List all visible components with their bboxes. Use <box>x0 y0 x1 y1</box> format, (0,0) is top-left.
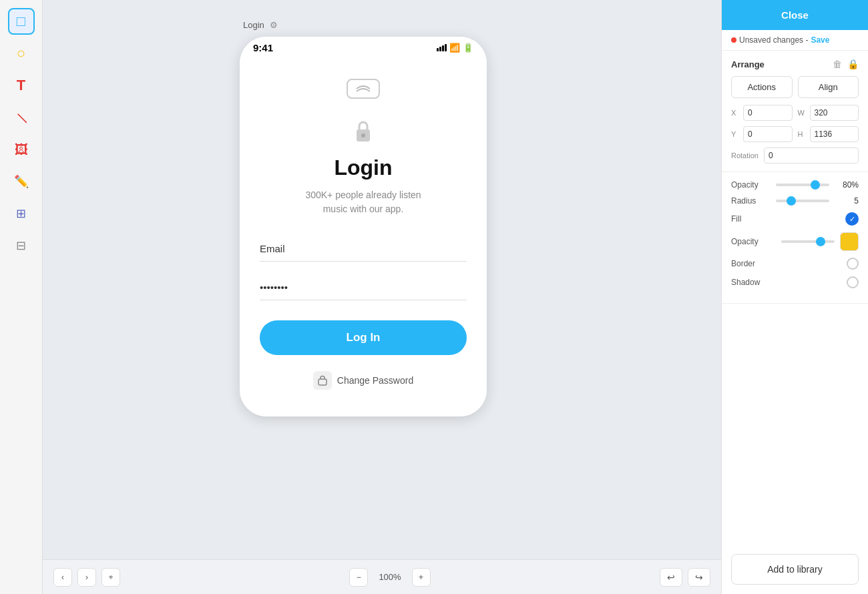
bottom-bar: ‹ › + − 100% + ↩ ↪ <box>43 559 721 594</box>
prev-button[interactable]: ‹ <box>53 568 72 587</box>
fill-opacity-control <box>781 232 859 251</box>
x-label: X <box>731 109 740 117</box>
ellipse-tool[interactable]: ○ <box>8 40 35 67</box>
coordinates-grid: X W Y H <box>731 105 859 142</box>
opacity-slider[interactable] <box>776 184 829 186</box>
canvas-area: Login ⚙ 9:41 📶 🔋 <box>43 0 721 594</box>
password-input[interactable] <box>260 275 467 300</box>
y-input[interactable] <box>743 126 793 142</box>
opacity-control: 80% <box>776 180 859 190</box>
components-tool[interactable]: ⊞ <box>8 200 35 227</box>
login-heading: Login <box>334 156 392 180</box>
change-password-label: Change Password <box>337 375 413 386</box>
border-label: Border <box>731 259 755 268</box>
zoom-plus-button[interactable]: + <box>412 568 431 587</box>
align-button[interactable]: Align <box>798 76 859 98</box>
radius-thumb[interactable] <box>787 196 796 206</box>
zoom-level: 100% <box>373 569 406 585</box>
delete-icon[interactable]: 🗑 <box>833 59 842 69</box>
frame-name: Login <box>243 20 264 30</box>
fill-opacity-row: Opacity <box>731 232 859 251</box>
app-content: Login 300K+ people already listenmusic w… <box>240 59 487 416</box>
rectangle-tool[interactable]: □ <box>8 8 35 35</box>
pen-tool[interactable]: ✏️ <box>8 168 35 195</box>
x-input[interactable] <box>743 105 793 121</box>
radius-value: 5 <box>835 196 859 206</box>
undo-redo: ↩ ↪ <box>660 568 710 587</box>
opacity-label: Opacity <box>731 180 758 190</box>
y-label: Y <box>731 130 740 138</box>
login-button[interactable]: Log In <box>260 320 467 355</box>
opacity-row: Opacity 80% <box>731 180 859 190</box>
text-tool[interactable]: T <box>8 72 35 99</box>
zoom-controls: − 100% + <box>349 568 430 587</box>
change-password-icon <box>313 371 332 390</box>
next-button[interactable]: › <box>77 568 96 587</box>
shadow-toggle[interactable] <box>847 276 859 288</box>
radius-slider[interactable] <box>776 200 829 202</box>
add-button[interactable]: + <box>101 568 120 587</box>
redo-button[interactable]: ↪ <box>688 568 710 587</box>
email-input[interactable] <box>260 236 467 262</box>
fill-opacity-slider[interactable] <box>781 240 835 243</box>
fill-opacity-label: Opacity <box>731 237 758 246</box>
unsaved-dot <box>731 37 736 43</box>
fill-label: Fill <box>731 214 741 224</box>
login-subtitle: 300K+ people already listenmusic with ou… <box>305 188 421 216</box>
arrange-section: Arrange 🗑 🔒 Actions Align X W Y <box>722 51 868 172</box>
border-toggle[interactable] <box>847 258 859 270</box>
left-toolbar: □ ○ T | 🖼 ✏️ ⊞ ⊟ <box>0 0 43 594</box>
unsaved-text: Unsaved changes - <box>739 35 808 45</box>
svg-rect-2 <box>318 379 327 385</box>
border-row: Border <box>731 258 859 270</box>
wifi-icon: 📶 <box>449 43 460 53</box>
y-coord: Y <box>731 126 793 142</box>
radius-row: Radius 5 <box>731 196 859 206</box>
rotation-input[interactable] <box>764 147 859 164</box>
h-label: H <box>798 130 807 138</box>
h-input[interactable] <box>810 126 859 142</box>
rotation-row: Rotation <box>731 147 859 164</box>
frame-label: Login ⚙ <box>243 20 278 30</box>
opacity-value: 80% <box>835 180 859 190</box>
battery-icon: 🔋 <box>463 43 473 53</box>
arrange-header: Arrange 🗑 🔒 <box>731 59 859 69</box>
fill-color-swatch[interactable] <box>840 232 859 251</box>
status-icons: 📶 🔋 <box>437 43 473 53</box>
phone-mockup: 9:41 📶 🔋 <box>240 37 487 416</box>
close-button[interactable]: Close <box>722 0 868 30</box>
radius-control: 5 <box>776 196 859 206</box>
right-panel: Close Unsaved changes - Save Arrange 🗑 🔒… <box>721 0 868 594</box>
logo-placeholder <box>347 79 380 99</box>
add-library-button[interactable]: Add to library <box>731 554 859 585</box>
fill-check[interactable]: ✓ <box>845 212 859 226</box>
rotation-label: Rotation <box>731 152 758 160</box>
frame-settings-icon[interactable]: ⚙ <box>270 20 278 30</box>
image-tool[interactable]: 🖼 <box>8 136 35 163</box>
line-tool[interactable]: | <box>2 99 40 137</box>
lock-arrange-icon[interactable]: 🔒 <box>847 59 859 69</box>
undo-button[interactable]: ↩ <box>660 568 682 587</box>
change-password-row[interactable]: Change Password <box>313 371 413 390</box>
w-coord: W <box>798 105 859 121</box>
arrange-icons: 🗑 🔒 <box>833 59 859 69</box>
properties-section: Opacity 80% Radius 5 Fill ✓ <box>722 172 868 304</box>
panel-spacer <box>722 304 868 554</box>
actions-button[interactable]: Actions <box>731 76 793 98</box>
nav-history: ‹ › + <box>53 568 120 587</box>
app-logo-area <box>260 72 467 119</box>
save-link[interactable]: Save <box>811 35 829 45</box>
storage-tool[interactable]: ⊟ <box>8 232 35 259</box>
fill-opacity-thumb[interactable] <box>816 237 825 246</box>
status-bar: 9:41 📶 🔋 <box>240 37 487 59</box>
h-coord: H <box>798 126 859 142</box>
fill-row: Fill ✓ <box>731 212 859 226</box>
radius-label: Radius <box>731 196 756 206</box>
opacity-thumb[interactable] <box>811 180 820 190</box>
actions-align-row: Actions Align <box>731 76 859 98</box>
w-input[interactable] <box>810 105 859 121</box>
arrange-title: Arrange <box>731 59 765 69</box>
w-label: W <box>798 109 807 117</box>
signal-bars-icon <box>437 44 447 51</box>
zoom-minus-button[interactable]: − <box>349 568 368 587</box>
